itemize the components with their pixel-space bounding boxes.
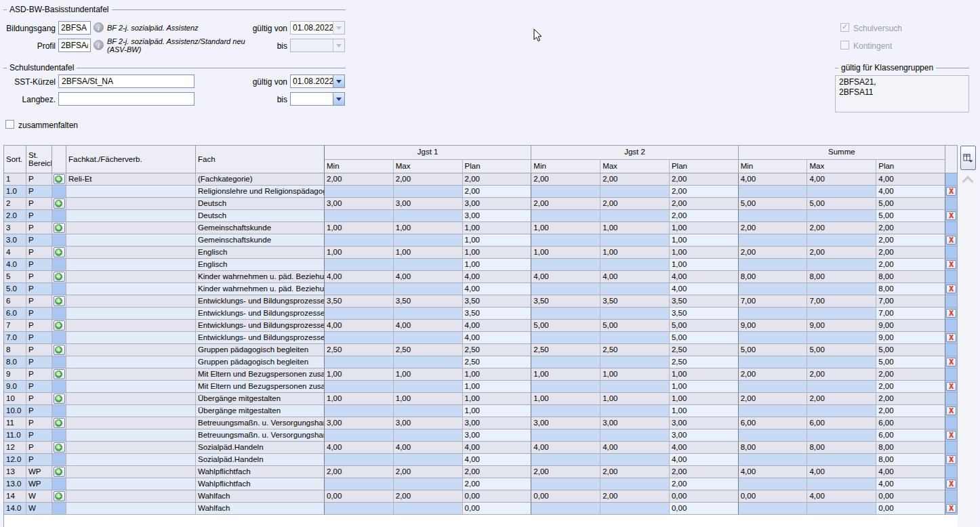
add-fach-button[interactable]: + [54,418,65,428]
add-fach-button[interactable]: + [54,198,65,209]
schule-gueltig-von-combo[interactable]: 01.08.2022 [290,75,345,88]
cell-plan[interactable]: 1,00 [670,234,739,247]
cell-plan[interactable]: 9,00 [876,332,945,344]
profil-field[interactable] [58,39,91,52]
cell-plan[interactable]: 2,00 [876,405,945,417]
header-plan[interactable]: Plan [876,160,945,173]
delete-row-button[interactable]: X [946,382,956,391]
cell-plan[interactable]: 4,00 [876,478,945,490]
zusammenfalten-checkbox[interactable] [5,120,14,129]
cell-plan[interactable]: 2,00 [463,478,532,490]
delete-row-button[interactable]: X [946,480,956,488]
cell-plan[interactable]: 4,00 [876,186,945,198]
header-plan[interactable]: Plan [463,160,532,173]
cell-plan[interactable]: 2,50 [670,356,739,368]
add-fach-button[interactable]: + [54,296,65,306]
cell-plan[interactable]: 5,00 [876,356,945,368]
cell-plan[interactable]: 4,00 [463,283,532,295]
cell-plan[interactable]: 1,00 [670,381,739,393]
add-fach-button[interactable]: + [54,272,65,282]
cell-plan[interactable]: 4,00 [670,283,739,295]
add-fach-button[interactable]: + [54,467,65,477]
cell-plan[interactable]: 4,00 [463,332,532,344]
langbez-field[interactable] [58,92,195,106]
add-fach-button[interactable]: + [54,345,65,355]
cell-plan[interactable]: 2,00 [670,210,739,222]
add-fach-button[interactable]: + [54,320,65,331]
delete-row-button[interactable]: X [946,236,956,245]
add-fach-button[interactable]: + [54,442,65,452]
header-max[interactable]: Max [600,160,670,173]
chevron-down-icon[interactable] [333,93,344,105]
add-fach-button[interactable]: + [54,394,65,404]
scrollbar-track[interactable] [959,145,977,527]
cell-plan[interactable]: 8,00 [876,454,945,466]
cell-plan[interactable]: 2,00 [876,234,945,247]
schule-gueltig-von-value[interactable]: 01.08.2022 [291,75,333,87]
add-fach-button[interactable]: + [54,491,65,501]
delete-row-button[interactable]: X [946,309,956,318]
header-plan[interactable]: Plan [670,160,739,173]
cell-plan[interactable]: 3,00 [463,429,532,442]
delete-row-button[interactable]: X [946,284,956,293]
cell-plan[interactable]: 1,00 [463,381,532,393]
header-max[interactable]: Max [394,160,463,173]
cell-plan[interactable]: 0,00 [670,503,739,515]
delete-row-button[interactable]: X [946,211,956,220]
header-sort[interactable]: Sort. [4,146,26,173]
cell-plan[interactable]: 2,00 [876,381,945,393]
cell-plan[interactable]: 1,00 [463,405,532,417]
bildungsgang-field[interactable] [58,21,91,35]
cell-min: 4,00 [739,173,808,186]
klassengruppen-listbox[interactable]: 2BFSA21, 2BFSA11 [835,75,969,112]
cell-plan[interactable]: 1,00 [670,259,739,271]
klassengruppen-item[interactable]: 2BFSA11 [839,87,965,98]
delete-row-button[interactable]: X [946,431,956,440]
cell-plan[interactable]: 4,00 [463,454,532,466]
header-min[interactable]: Min [325,160,394,173]
cell-plan[interactable]: 2,00 [463,186,532,198]
cell-plan[interactable]: 1,00 [463,234,532,247]
cell-plan[interactable]: 8,00 [876,283,945,295]
delete-row-button[interactable]: X [946,333,956,342]
chevron-down-icon[interactable] [333,75,344,87]
schule-bis-combo[interactable] [290,92,345,106]
header-min[interactable]: Min [739,160,808,173]
cell-plan[interactable]: 5,00 [670,332,739,344]
add-fach-button[interactable]: + [54,223,65,233]
add-fach-button[interactable]: + [54,247,65,257]
header-fach[interactable]: Fach [196,146,325,173]
delete-row-button[interactable]: X [946,260,956,269]
header-max[interactable]: Max [807,160,876,173]
add-fach-button[interactable]: + [54,369,65,379]
cell-plan[interactable]: 2,50 [463,356,532,368]
cell-plan[interactable]: 5,00 [876,210,945,222]
cell-plan[interactable]: 3,00 [670,429,739,442]
cell-plan[interactable]: 2,00 [876,259,945,271]
cell-plan[interactable]: 6,00 [876,429,945,442]
delete-row-button[interactable]: X [946,455,956,464]
cell-plan[interactable]: 3,00 [463,210,532,222]
cell-plan[interactable]: 7,00 [876,308,945,320]
header-min[interactable]: Min [531,160,600,173]
delete-row-button[interactable]: X [946,358,956,366]
cell-plan[interactable]: 0,00 [463,503,532,515]
delete-row-button[interactable]: X [946,406,956,415]
cell-plan[interactable]: 1,00 [463,259,532,271]
delete-row-button[interactable]: X [946,187,956,196]
cell-plan[interactable]: 2,00 [670,478,739,490]
header-fachkat[interactable]: Fachkat./Fächerverb. [66,146,196,173]
add-fach-button[interactable]: + [54,174,65,184]
cell-plan[interactable]: 1,00 [670,405,739,417]
cell-plan[interactable]: 3,50 [670,308,739,320]
klassengruppen-item[interactable]: 2BFSA21, [839,77,965,87]
cell-plan[interactable]: 2,00 [670,186,739,198]
column-chooser-button[interactable] [960,146,976,170]
schule-bis-value[interactable] [291,93,333,105]
cell-plan[interactable]: 3,50 [463,308,532,320]
cell-plan[interactable]: 4,00 [670,454,739,466]
header-st-bereich[interactable]: St. Bereich [26,146,52,173]
cell-plan[interactable]: 0,00 [876,503,945,515]
delete-row-button[interactable]: X [946,504,956,513]
sst-kuerzel-field[interactable] [58,75,195,88]
